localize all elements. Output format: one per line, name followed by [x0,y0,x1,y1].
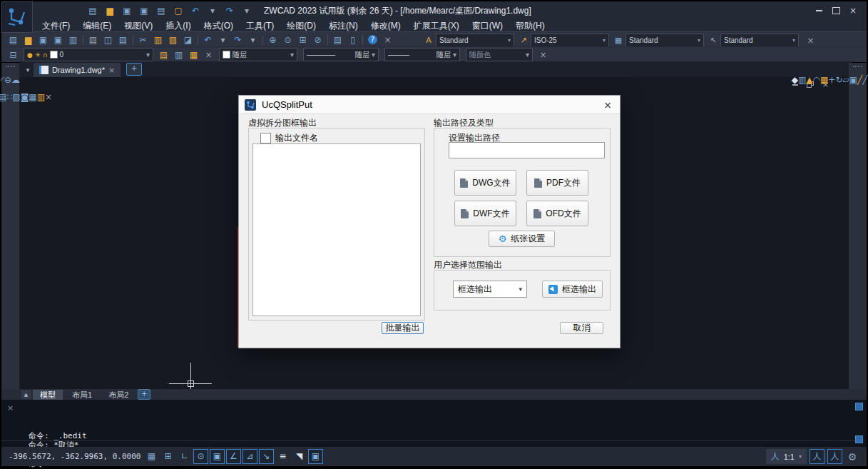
multileader-style-dropdown[interactable]: Standard▾ [720,34,799,47]
menu-item[interactable]: 帮助(H) [509,20,551,31]
settings-gear-icon[interactable]: ⚙ [845,451,859,463]
save-icon[interactable]: ▣ [120,4,134,17]
redo-dropdown-icon[interactable]: ▾ [240,4,254,17]
match-properties-icon[interactable]: ◪ [180,34,195,46]
offset-icon[interactable]: ◠ [813,75,820,85]
select-window-icon[interactable]: ▢ [171,4,185,17]
lineweight-icon[interactable]: ↘ [259,449,274,464]
toolbar-grip[interactable] [6,66,15,70]
rotate-icon[interactable]: ↻ [835,75,842,85]
cut-icon[interactable]: ✂ [136,34,150,46]
paper-settings-button[interactable]: ⚙ 纸张设置 [489,231,555,247]
scroll-up-button[interactable] [855,403,863,410]
menu-item[interactable]: 视图(V) [118,20,159,31]
stretch-icon[interactable]: ▣ [849,75,857,85]
scroll-down-button[interactable] [855,435,863,443]
design-center-icon[interactable]: ▯ [345,34,360,46]
layer-states-icon[interactable]: ▥ [171,49,186,61]
new-tab-button[interactable]: + [126,63,142,76]
output-mode-dropdown[interactable]: 框选输出 ▾ [453,281,527,298]
redo-dropdown-icon[interactable]: ▾ [245,34,260,46]
save-as-icon[interactable]: ▣ [137,4,151,17]
maximize-button[interactable] [829,5,842,16]
layout-tab[interactable]: 布局2 [101,390,136,400]
table-style-dropdown[interactable]: Standard▾ [626,34,704,47]
color-dropdown[interactable]: 随层 ▾ [219,48,297,61]
dynamic-input-icon[interactable]: ⊿ [242,449,257,464]
layout-tab[interactable]: 布局1 [65,390,99,400]
annotation-scale-dropdown[interactable]: 人 1:1 ▾ [766,449,807,464]
new-file-icon[interactable]: ▤ [6,34,21,46]
cancel-button[interactable]: 取消 [560,322,603,334]
image-icon[interactable]: ▥ [37,92,45,102]
linetype-dropdown[interactable]: ———— 随层 ▾ [303,48,379,61]
lineweight-dropdown[interactable]: ——— 随层 ▾ [384,48,460,61]
layout-tab[interactable]: 模型 [33,390,63,400]
extend-icon[interactable]: ╱ [862,75,867,85]
layout-up-button[interactable]: ▲ [21,390,31,399]
frame-list-box[interactable] [252,143,421,316]
box-select-output-button[interactable]: 框选输出 [542,281,603,298]
dialog-close-icon[interactable]: × [601,99,614,111]
text-style-dropdown[interactable]: Standard▾ [436,34,514,47]
mirror-icon[interactable]: ▲ [806,75,812,85]
hatch-icon[interactable]: ▨ [12,92,20,102]
ortho-icon[interactable]: ∟ [177,449,192,464]
save-icon[interactable]: ▣ [36,34,51,46]
layer-manager-icon[interactable]: ⊟ [6,49,21,61]
menu-item[interactable]: 编辑(E) [76,20,118,31]
paste-icon[interactable]: ▧ [165,34,180,46]
undo-icon[interactable]: ↶ [188,4,203,17]
open-folder-icon[interactable]: ▆ [21,34,36,46]
revision-cloud-icon[interactable]: ☁ [11,75,20,85]
table-icon[interactable]: ▦ [29,92,36,102]
minimize-button[interactable] [812,5,825,16]
properties-toolbar-close-icon[interactable]: × [536,49,551,61]
new-file-icon[interactable]: ▤ [86,4,100,17]
annotation-auto-button[interactable]: 人 [827,449,842,464]
layer-properties-icon[interactable]: ▤ [156,49,171,61]
open-folder-icon[interactable]: ▆ [103,4,117,17]
copy-link-icon[interactable]: ▥ [66,34,81,46]
print-icon[interactable]: ▤ [86,34,101,46]
undo-dropdown-icon[interactable]: ▾ [205,4,220,17]
menu-item[interactable]: 文件(F) [36,20,76,31]
plot-icon[interactable]: ▤ [116,34,131,46]
copy-icon[interactable]: ▥ [150,34,165,46]
object-snap-icon[interactable]: ▣ [210,449,225,464]
draw-toolbar-close-icon[interactable]: × [45,92,52,102]
region-icon[interactable]: ◙ [21,92,29,102]
menu-item[interactable]: 标注(N) [322,20,364,31]
polar-tracking-icon[interactable]: ⊙ [193,449,208,464]
object-track-icon[interactable]: ∠ [226,449,241,464]
menu-item[interactable]: 扩展工具(X) [407,20,466,31]
redo-icon[interactable]: ↷ [223,4,237,17]
quick-menu-icon[interactable]: ≡ [275,449,290,464]
layer-toolbar-close-icon[interactable]: × [201,49,216,61]
erase-icon[interactable]: ◆ [792,75,798,85]
styles-toolbar-close-icon[interactable]: × [803,34,818,47]
zoom-window-icon[interactable]: ⊞ [295,34,310,46]
scale-icon[interactable]: ▱ [842,75,849,85]
toolbar-close-icon[interactable]: × [380,34,395,46]
pan-icon[interactable]: ⊕ [265,34,280,46]
copy-icon[interactable]: ▥ [798,75,806,85]
file-type-button[interactable]: DWF文件 [454,201,516,226]
undo-icon[interactable]: ↶ [200,34,215,46]
print-icon[interactable]: ▤ [154,4,168,17]
command-line-panel[interactable]: × 命令: _.bedit命令: *取消*命令: ZWUCADDDWGOPINI… [1,400,867,447]
layer-dropdown[interactable]: ● ☀ ∩ 0 ▾ [24,48,153,61]
menu-item[interactable]: 窗口(W) [466,20,509,31]
menu-item[interactable]: 修改(M) [364,20,407,31]
drawing-canvas[interactable]: × UcQSplitPut × 虚拟拆分图框输出 输出文件名 [19,77,849,389]
new-layout-button[interactable]: + [138,389,150,400]
zoom-previous-icon[interactable]: ⊘ [310,34,325,46]
menu-item[interactable]: 工具(T) [240,20,280,31]
properties-palette-icon[interactable]: ▤ [330,34,345,46]
make-block-icon[interactable]: ▤ [0,92,7,102]
file-type-button[interactable]: DWG文件 [454,170,516,196]
toolbar-grip[interactable] [853,66,862,70]
print-preview-icon[interactable]: ◫ [101,34,116,46]
close-button[interactable]: × [847,5,859,16]
zoom-realtime-icon[interactable]: ⊙ [280,34,295,46]
